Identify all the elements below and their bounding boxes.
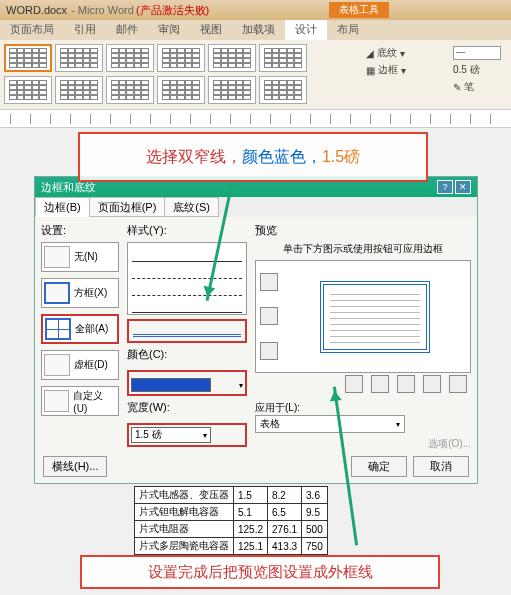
tab-design[interactable]: 设计 [285,20,327,40]
line-style-dropdown[interactable]: — [453,46,501,60]
preview-diag1-button[interactable] [345,375,363,393]
table-style-gallery[interactable] [4,44,324,105]
table-row: 片式多层陶瓷电容器125.1413.3750 [135,538,328,555]
shading-label[interactable]: 底纹 [377,46,397,60]
dialog-tab-shading[interactable]: 底纹(S) [164,197,219,217]
horizontal-ruler[interactable] [0,110,511,128]
ribbon-line-controls: — 0.5 磅 ✎笔 [447,44,507,105]
preview-border-bottom-button[interactable] [260,342,278,360]
apply-to-dropdown[interactable]: 表格▾ [255,415,405,433]
preview-diag2-button[interactable] [449,375,467,393]
preview-border-hmid-button[interactable] [260,307,278,325]
width-dropdown[interactable]: 1.5 磅▾ [131,427,211,443]
tab-view[interactable]: 视图 [190,20,232,40]
setting-column: 设置: 无(N) 方框(X) 全部(A) 虚框(D) 自定义(U) [41,223,119,451]
pen-color-icon: ✎ [453,82,461,93]
tab-review[interactable]: 审阅 [148,20,190,40]
window-titlebar: WORD.docx - Micro Word (产品激活失败) 表格工具 [0,0,511,20]
document-name: WORD.docx [6,4,67,16]
style-listbox[interactable] [127,242,247,315]
ribbon-border-controls: ◢底纹▾ ▦边框▾ [360,44,412,105]
dialog-tabs: 边框(B) 页面边框(P) 底纹(S) [35,197,477,217]
chevron-down-icon[interactable]: ▾ [239,381,243,390]
setting-none[interactable]: 无(N) [41,242,119,272]
ribbon: ◢底纹▾ ▦边框▾ — 0.5 磅 ✎笔 [0,40,511,110]
dialog-help-button[interactable]: ? [437,180,453,194]
ok-button[interactable]: 确定 [351,456,407,477]
preview-box [255,260,471,373]
setting-grid[interactable]: 虚框(D) [41,350,119,380]
tab-page-layout[interactable]: 页面布局 [0,20,64,40]
pen-label[interactable]: 笔 [464,80,474,94]
setting-custom[interactable]: 自定义(U) [41,386,119,416]
tab-layout[interactable]: 布局 [327,20,369,40]
annotation-bottom: 设置完成后把预览图设置成外框线 [80,555,440,589]
apply-label: 应用于(L): [255,401,471,415]
color-label: 颜色(C): [127,347,247,362]
setting-box[interactable]: 方框(X) [41,278,119,308]
ribbon-tabs: 页面布局 引用 邮件 审阅 视图 加载项 设计 布局 [0,20,511,40]
preview-border-vmid-button[interactable] [397,375,415,393]
border-label[interactable]: 边框 [378,63,398,77]
width-label: 宽度(W): [127,400,247,415]
annotation-top: 选择双窄线，颜色蓝色，1.5磅 [78,132,428,182]
horizontal-line-button[interactable]: 横线(H)... [43,456,107,477]
setting-all[interactable]: 全部(A) [41,314,119,344]
border-icon: ▦ [366,65,375,76]
preview-border-left-button[interactable] [371,375,389,393]
cancel-button[interactable]: 取消 [413,456,469,477]
contextual-tab-table-tools: 表格工具 [329,2,389,18]
tab-mailings[interactable]: 邮件 [106,20,148,40]
preview-column: 预览 单击下方图示或使用按钮可应用边框 应用于(L) [255,223,471,451]
app-name: - Micro Word [71,4,134,16]
style-selected-highlight [127,319,247,343]
table-row: 片式电阻器125.2276.1500 [135,521,328,538]
setting-label: 设置: [41,223,119,238]
table-row: 片式钽电解电容器5.16.59.5 [135,504,328,521]
preview-border-right-button[interactable] [423,375,441,393]
dialog-tab-borders[interactable]: 边框(B) [35,197,90,217]
color-dropdown[interactable] [131,378,211,392]
tab-references[interactable]: 引用 [64,20,106,40]
dialog-close-button[interactable]: ✕ [455,180,471,194]
chevron-down-icon: ▾ [203,431,207,440]
borders-shading-dialog: 边框和底纹 ? ✕ 边框(B) 页面边框(P) 底纹(S) 设置: 无(N) 方… [34,176,478,484]
document-table[interactable]: 片式电感器、变压器1.58.23.6 片式钽电解电容器5.16.59.5 片式电… [134,486,328,555]
options-button: 选项(O)... [255,437,471,451]
preview-label: 预览 [255,223,471,238]
paint-icon: ◢ [366,48,374,59]
style-column: 样式(Y): 颜色(C): ▾ 宽度(W): 1.5 磅▾ [127,223,247,451]
style-label: 样式(Y): [127,223,247,238]
dialog-tab-page-border[interactable]: 页面边框(P) [89,197,166,217]
preview-border-top-button[interactable] [260,273,278,291]
preview-hint: 单击下方图示或使用按钮可应用边框 [255,242,471,256]
preview-diagram[interactable] [280,261,470,372]
line-width-label[interactable]: 0.5 磅 [453,63,480,77]
activation-status: (产品激活失败) [136,3,209,18]
tab-addins[interactable]: 加载项 [232,20,285,40]
table-row: 片式电感器、变压器1.58.23.6 [135,487,328,504]
